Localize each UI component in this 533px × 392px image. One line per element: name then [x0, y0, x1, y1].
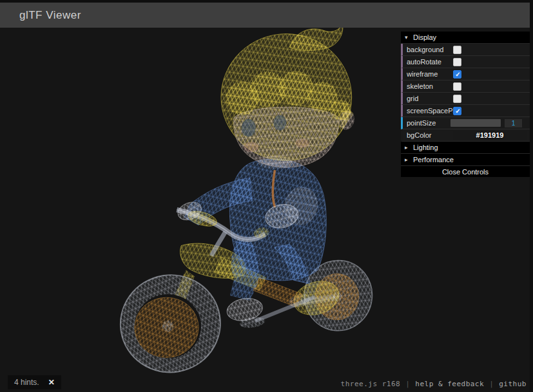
checkbox-skeleton[interactable] — [453, 82, 461, 91]
app-window: glTF Viewer — [0, 0, 533, 392]
control-row-bgcolor: bgColor #191919 — [401, 129, 530, 142]
point-size-slider[interactable] — [451, 119, 501, 127]
control-label: wireframe — [407, 70, 453, 78]
checkbox-screenspacepan[interactable] — [453, 107, 461, 115]
control-row-background: background — [401, 44, 530, 56]
control-row-grid: grid — [401, 93, 530, 105]
checkbox-background[interactable] — [453, 46, 461, 54]
bg-color-swatch[interactable]: #191919 — [453, 131, 527, 140]
chevron-right-icon: ▸ — [405, 156, 410, 163]
hints-badge: 4 hints. ✕ — [8, 375, 61, 389]
control-row-skeleton: skeleton — [401, 80, 530, 93]
control-row-autorotate: autoRotate — [401, 56, 530, 68]
divider: | — [489, 380, 494, 388]
checkbox-wireframe[interactable] — [453, 70, 461, 79]
boy-body — [184, 159, 326, 323]
control-label: pointSize — [407, 119, 451, 127]
chevron-right-icon: ▸ — [405, 144, 410, 151]
pedal-crank — [239, 297, 315, 329]
control-label: autoRotate — [407, 58, 453, 66]
control-row-wireframe: wireframe — [401, 68, 530, 80]
rear-wheel — [301, 257, 376, 334]
control-label: bgColor — [407, 131, 453, 139]
help-feedback-link[interactable]: help & feedback — [415, 380, 484, 388]
checkbox-grid[interactable] — [453, 95, 461, 103]
chevron-down-icon: ▾ — [405, 34, 410, 41]
checkbox-autorotate[interactable] — [453, 58, 461, 66]
boy-right-leg — [274, 245, 312, 310]
hints-count-label: 4 hints. — [14, 378, 39, 387]
threejs-version: three.js r168 — [341, 380, 401, 388]
control-label: grid — [407, 95, 453, 102]
github-link[interactable]: github — [499, 380, 527, 388]
control-row-pointsize: pointSize — [401, 117, 530, 129]
front-wheel — [113, 267, 228, 380]
folder-label: Display — [413, 33, 436, 41]
handlebar — [175, 199, 300, 256]
close-icon[interactable]: ✕ — [48, 378, 55, 387]
folder-label: Lighting — [413, 144, 438, 151]
boy-head — [221, 24, 356, 169]
app-header: glTF Viewer — [0, 3, 530, 28]
folder-lighting[interactable]: ▸ Lighting — [401, 142, 530, 154]
folder-display[interactable]: ▾ Display — [401, 32, 530, 44]
close-controls-button[interactable]: Close Controls — [401, 166, 530, 177]
divider: | — [405, 380, 410, 388]
control-row-screenspacepan: screenSpacePan... — [401, 105, 530, 117]
point-size-input[interactable] — [505, 119, 522, 127]
controls-panel: ▾ Display background autoRotate wirefram… — [401, 32, 530, 177]
control-label: background — [407, 46, 453, 53]
folder-label: Performance — [413, 156, 454, 163]
app-title: glTF Viewer — [0, 9, 81, 22]
bike-frame — [169, 243, 343, 324]
control-label: screenSpacePan... — [407, 107, 453, 115]
control-label: skeleton — [407, 82, 453, 90]
status-footer: three.js r168 | help & feedback | github — [341, 380, 527, 388]
folder-performance[interactable]: ▸ Performance — [401, 154, 530, 166]
